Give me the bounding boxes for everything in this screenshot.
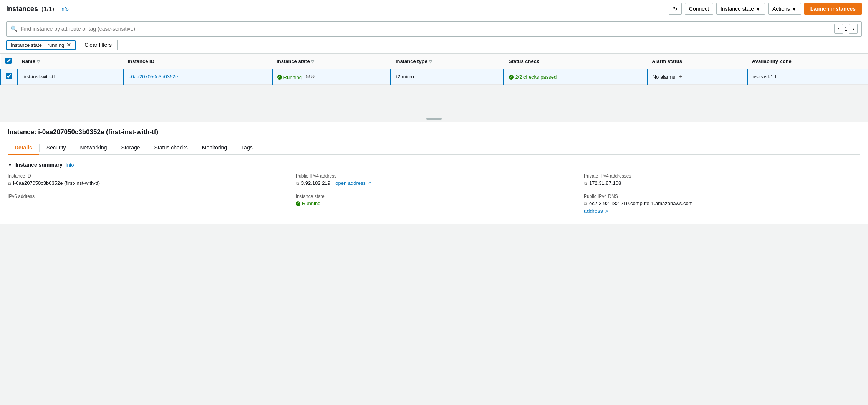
refresh-button[interactable]: ↻ [669,3,682,15]
state-dot-icon [296,201,300,206]
public-dns-value: ⧉ ec2-3-92-182-219.compute-1.amazonaws.c… [584,201,860,206]
filter-tag: Instance state = running ✕ [6,40,76,50]
resize-bar [426,118,442,120]
tab-networking[interactable]: Networking [73,141,114,155]
col-header-az: Availability Zone [747,54,868,69]
select-all-header [1,54,17,69]
prev-page-button[interactable]: ‹ [834,24,843,34]
zoom-icons: ⊕⊖ [306,73,315,79]
tab-status-checks[interactable]: Status checks [147,141,195,155]
external-link-icon: ↗ [368,181,371,186]
row-az: us-east-1d [747,69,868,85]
col-header-instance-state: Instance state ▽ [272,54,391,69]
remove-filter-button[interactable]: ✕ [66,42,71,48]
summary-instance-state: Instance state Running [296,194,572,214]
add-alarm-icon[interactable]: + [679,73,682,80]
tab-tags[interactable]: Tags [234,141,260,155]
copy-icon-private[interactable]: ⧉ [584,181,587,186]
select-all-checkbox[interactable] [5,58,12,64]
status-running-badge: Running [277,75,302,80]
row-name: first-inst-with-tf [17,69,123,85]
col-header-name: Name ▽ [17,54,123,69]
summary-public-ipv4: Public IPv4 address ⧉ 3.92.182.219 | ope… [296,173,572,186]
col-header-alarm-status: Alarm status [647,54,747,69]
search-row: 🔍 ‹ 1 › [6,21,862,37]
clear-filters-button[interactable]: Clear filters [79,40,118,50]
private-ipv4-value: ⧉ 172.31.87.108 [584,180,860,186]
col-header-status-check: Status check [504,54,647,69]
row-checkbox[interactable] [6,73,12,79]
instance-state-button[interactable]: Instance state ▼ [716,3,765,15]
detail-panel: Instance: i-0aa207050c3b0352e (first-ins… [0,122,868,224]
tab-security[interactable]: Security [40,141,73,155]
dns-address-link[interactable]: address [584,208,603,214]
pagination: ‹ 1 › [834,24,858,34]
summary-info-link[interactable]: Info [66,162,74,168]
search-input[interactable] [21,26,831,32]
sort-icon-type[interactable]: ▽ [429,60,432,64]
instances-table: Name ▽ Instance ID Instance state ▽ Inst… [0,54,868,85]
public-dns-label: Public IPv4 DNS [584,194,860,199]
table-header-row: Name ▽ Instance ID Instance state ▽ Inst… [1,54,868,69]
row-instance-id: i-0aa207050c3b0352e [123,69,272,85]
ipv6-value: — [8,201,284,206]
detail-title: Instance: i-0aa207050c3b0352e (first-ins… [8,128,860,136]
row-alarm-status: No alarms + [647,69,747,85]
tab-details[interactable]: Details [8,141,39,155]
instance-id-value: ⧉ i-0aa207050c3b0352e (first-inst-with-t… [8,180,284,186]
resize-handle[interactable] [0,115,868,122]
sort-icon-state[interactable]: ▽ [311,60,314,64]
copy-icon[interactable]: ⧉ [8,181,11,186]
launch-instances-button[interactable]: Launch instances [804,3,862,15]
private-ipv4-label: Private IPv4 addresses [584,173,860,179]
filter-row: Instance state = running ✕ Clear filters [6,37,862,53]
refresh-icon: ↻ [673,6,678,12]
table-row[interactable]: first-inst-with-tf i-0aa207050c3b0352e R… [1,69,868,85]
col-header-instance-type: Instance type ▽ [391,54,504,69]
public-ipv4-label: Public IPv4 address [296,173,572,179]
actions-button[interactable]: Actions ▼ [768,3,801,15]
summary-header: ▼ Instance summary Info [8,162,860,168]
public-ipv4-value: ⧉ 3.92.182.219 | open address ↗ [296,180,572,186]
instances-table-wrap: Name ▽ Instance ID Instance state ▽ Inst… [0,54,868,115]
col-header-instance-id: Instance ID [123,54,272,69]
page-number: 1 [845,26,848,32]
tab-monitoring[interactable]: Monitoring [195,141,234,155]
detail-tabs: Details Security Networking Storage Stat… [8,141,860,155]
chevron-icon: ▼ [8,162,12,168]
row-status-check: 2/2 checks passed [504,69,647,85]
ipv6-label: IPv6 address [8,194,284,199]
page-title: Instances (1/1) [6,5,54,13]
next-page-button[interactable]: › [849,24,858,34]
search-icon: 🔍 [10,25,18,32]
copy-icon-dns[interactable]: ⧉ [584,201,587,206]
open-address-link[interactable]: open address [335,180,366,186]
instance-state-value: Running [296,201,572,206]
check-dot-icon [509,75,514,80]
filter-tag-text: Instance state = running [11,42,64,48]
summary-private-ipv4: Private IPv4 addresses ⧉ 172.31.87.108 [584,173,860,186]
copy-icon-ipv4[interactable]: ⧉ [296,181,299,186]
top-bar: Instances (1/1) Info ↻ Connect Instance … [0,0,868,18]
checks-passed-badge: 2/2 checks passed [509,74,557,80]
summary-ipv6: IPv6 address — [8,194,284,214]
chevron-down-icon: ▼ [792,6,797,12]
summary-instance-id: Instance ID ⧉ i-0aa207050c3b0352e (first… [8,173,284,186]
instance-id-link[interactable]: i-0aa207050c3b0352e [128,74,178,80]
summary-title: Instance summary [15,162,63,168]
connect-button[interactable]: Connect [685,3,713,15]
row-checkbox-cell [1,69,17,85]
empty-table-area [0,85,868,115]
summary-grid: Instance ID ⧉ i-0aa207050c3b0352e (first… [8,173,860,214]
row-instance-type: t2.micro [391,69,504,85]
instance-id-label: Instance ID [8,173,284,179]
sort-icon-name[interactable]: ▽ [37,60,40,64]
tab-storage[interactable]: Storage [114,141,147,155]
row-instance-state: Running ⊕⊖ [272,69,391,85]
search-filter-area: 🔍 ‹ 1 › Instance state = running ✕ Clear… [0,18,868,54]
summary-public-dns: Public IPv4 DNS ⧉ ec2-3-92-182-219.compu… [584,194,860,214]
dns-external-icon: ↗ [605,209,608,214]
status-dot-icon [277,75,282,80]
info-link[interactable]: Info [60,6,69,12]
chevron-down-icon: ▼ [755,6,761,12]
